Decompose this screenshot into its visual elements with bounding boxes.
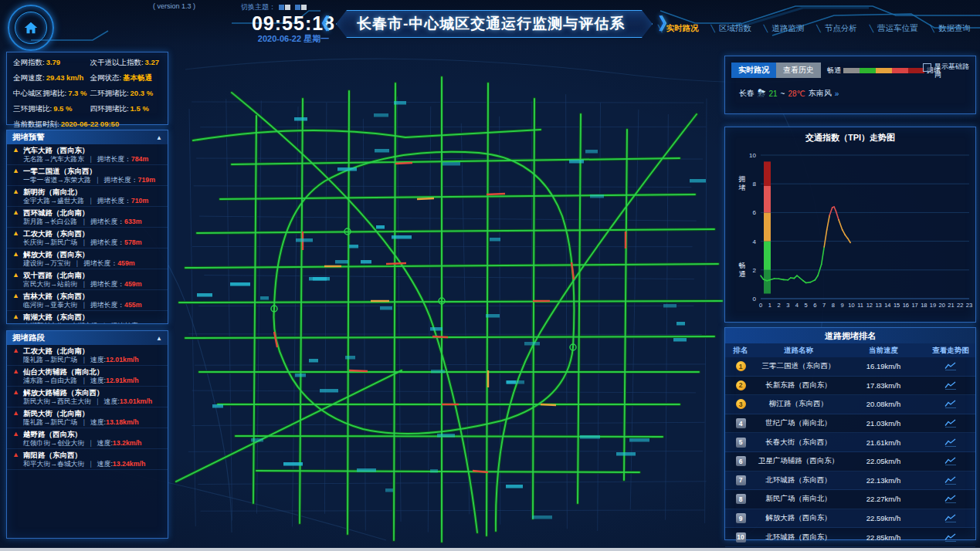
ranking-row[interactable]: 2长新东路（西向东）17.83km/h [725, 377, 975, 396]
network-stats-panel: 全网指数:3.79次干道以上指数:3.27全网速度:29.43 km/h全网状态… [6, 52, 168, 125]
metric-label: 拥堵长度： [97, 197, 131, 205]
weather-city: 长春 [739, 88, 754, 99]
metric-value: 710m [131, 197, 149, 205]
metric-label: 速度: [104, 397, 120, 405]
metric-label: 速度: [90, 356, 106, 363]
ranking-row[interactable]: 7北环城路（东向西）22.13km/h [725, 472, 975, 491]
weather-more-link[interactable]: » [835, 90, 839, 98]
road-list-item[interactable]: ▲南湖大路（东向西）南湖新村中街→南湖广场｜拥堵长度：453m [7, 311, 168, 324]
svg-text:8: 8 [832, 302, 835, 309]
metric-label: 拥堵长度： [90, 238, 124, 246]
theme-swatch-icon[interactable] [301, 5, 307, 10]
metric-value: 784m [131, 155, 149, 163]
road-list-item[interactable]: ▲解放大路（西向东）建设街→万宝街｜拥堵长度：459m [7, 248, 168, 269]
rank-speed: 22.05km/h [841, 457, 926, 465]
checkbox-box-icon[interactable] [923, 63, 931, 72]
view-trend-link[interactable] [926, 514, 975, 522]
metric-value: 12.91km/h [106, 377, 139, 384]
theme-swatch-icon[interactable] [285, 5, 290, 10]
theme-switcher[interactable]: 切换主题： [241, 2, 307, 12]
stat-row: 全网指数:3.79 [13, 58, 86, 68]
stat-label: 全网状态: [90, 73, 121, 82]
thunderstorm-icon: ⛈ [758, 87, 765, 100]
road-route: 富民大街→站前街 [23, 280, 77, 288]
theme-swatch-icon[interactable] [295, 5, 300, 10]
rank-road-name: 北环城路（西向东） [756, 532, 841, 543]
road-list-item[interactable]: ▲吉林大路（东向西）临河街→亚泰大街｜拥堵长度：455m [7, 290, 168, 311]
nav-item-1[interactable]: 区域指数 [710, 23, 751, 34]
view-trend-link[interactable] [926, 438, 975, 447]
view-trend-link[interactable] [926, 476, 975, 485]
road-list-item[interactable]: ▲工农大路（北向南）隆礼路→新民广场｜速度:12.01km/h [7, 345, 168, 366]
theme-swatch-icon[interactable] [279, 5, 284, 10]
ranking-row[interactable]: 1三零二国道（东向西）16.19km/h [725, 357, 975, 377]
road-list-item[interactable]: ▲南阳路（东向西）和平大街→春城大街｜速度:13.24km/h [7, 449, 168, 470]
metric-label: 拥堵长度： [104, 176, 138, 184]
rank-road-name: 世纪广场（南向北） [756, 418, 841, 428]
theme-swatch-icons[interactable] [279, 4, 307, 12]
metric-value: 13.01km/h [120, 397, 153, 405]
view-trend-link[interactable] [926, 400, 975, 408]
show-base-network-checkbox[interactable]: 显示基础路网 [923, 63, 971, 79]
nav-item-0[interactable]: 实时路况 [658, 23, 698, 34]
road-list-item[interactable]: ▲新民大街（北向南）隆礼路→新民广场｜速度:13.18km/h [7, 407, 168, 428]
ranking-row[interactable]: 9解放大路（西向东）22.59km/h [725, 509, 975, 529]
rank-speed: 16.19km/h [841, 362, 926, 370]
collapse-icon[interactable]: ▲ [156, 134, 162, 141]
road-route: 隆礼路→新民广场 [23, 418, 77, 426]
road-list-item[interactable]: ▲双十西路（北向南）富民大街→站前街｜拥堵长度：459m [7, 269, 168, 290]
road-route: 和平大街→春城大街 [23, 460, 84, 468]
road-list-item[interactable]: ▲新明街（南向北）金宇大路→盛世大路｜拥堵长度：710m [7, 186, 168, 207]
svg-text:4: 4 [753, 238, 757, 245]
ranking-row[interactable]: 8新民广场（南向北）22.27km/h [725, 490, 975, 509]
svg-text:22: 22 [957, 302, 963, 309]
view-trend-link[interactable] [926, 362, 975, 370]
road-name: 一零二国道（东向西） [23, 167, 97, 175]
ranking-row[interactable]: 4世纪广场（南向北）21.03km/h [725, 414, 975, 434]
road-list-item[interactable]: ▲工农大路（东向西）长庆街→新民广场｜拥堵长度：578m [7, 228, 168, 248]
road-route: 一零一省道→东荣大路 [23, 176, 91, 184]
metric-value: 13.18km/h [106, 418, 139, 426]
road-list-item[interactable]: ▲解放大路辅路（东向西）新民大街→西民主大街｜速度:13.01km/h [7, 387, 168, 407]
collapse-icon[interactable]: ▲ [156, 335, 162, 342]
app-logo[interactable] [8, 5, 54, 51]
road-list-item[interactable]: ▲越野路（西向东）红领巾街→创业大街｜速度:13.2km/h [7, 428, 168, 449]
svg-text:交通指数（TPI）走势图: 交通指数（TPI）走势图 [805, 133, 895, 143]
ranking-column-header: 排名 [725, 346, 756, 356]
road-name: 南湖大路（东向西） [23, 313, 90, 321]
ranking-row[interactable]: 5长春大街（东向西）21.61km/h [725, 433, 975, 452]
view-trend-link[interactable] [926, 419, 975, 428]
nav-item-2[interactable]: 道路监测 [764, 23, 804, 34]
legend-swatch-icon [908, 68, 924, 73]
road-route: 临河街→亚泰大街 [23, 301, 77, 309]
view-trend-link[interactable] [926, 457, 975, 465]
stat-row: 当前数据时刻:2020-06-22 09:50 [13, 120, 161, 130]
svg-text:7: 7 [822, 302, 826, 309]
metric-value: 459m [124, 280, 142, 288]
road-route: 南湖新村中街→南湖广场 [23, 322, 98, 324]
rank-speed: 21.61km/h [841, 438, 926, 447]
nav-item-5[interactable]: 数据查询 [931, 23, 971, 34]
view-trend-link[interactable] [926, 381, 975, 390]
road-list-item[interactable]: ▲一零二国道（东向西）一零一省道→东荣大路｜拥堵长度：719m [7, 165, 168, 186]
view-trend-link[interactable] [926, 495, 975, 503]
road-list-item[interactable]: ▲西环城路（北向南）新月路→长白公路｜拥堵长度：633m [7, 207, 168, 228]
ranking-row[interactable]: 3柳江路（东向西）20.08km/h [725, 395, 975, 414]
warning-triangle-icon: ▲ [12, 292, 19, 299]
road-list-item[interactable]: ▲仙台大街辅路（南向北）浦东路→自由大路｜速度:12.91km/h [7, 366, 168, 387]
tab-history[interactable]: 查看历史 [776, 63, 821, 78]
nav-item-4[interactable]: 营运车位置 [870, 23, 918, 34]
road-name: 解放大路（西向东） [23, 250, 90, 259]
ranking-row[interactable]: 10北环城路（西向东）22.85km/h [725, 528, 975, 547]
ranking-row[interactable]: 6卫星广场辅路（西向东）22.05km/h [725, 452, 975, 472]
horizontal-scrollbar[interactable] [0, 548, 980, 551]
road-list-item[interactable]: ▲汽车大路（西向东）无名路→汽车大路东｜拥堵长度：784m [7, 144, 168, 165]
trend-chart-icon [944, 476, 957, 485]
view-trend-link[interactable] [926, 533, 975, 542]
nav-item-3[interactable]: 节点分析 [816, 23, 856, 34]
tab-realtime[interactable]: 实时路况 [731, 63, 776, 78]
metric-value: 578m [124, 238, 142, 246]
metric-value: 633m [124, 218, 142, 225]
svg-text:3: 3 [786, 302, 789, 309]
weather-low: 21 [768, 90, 777, 98]
